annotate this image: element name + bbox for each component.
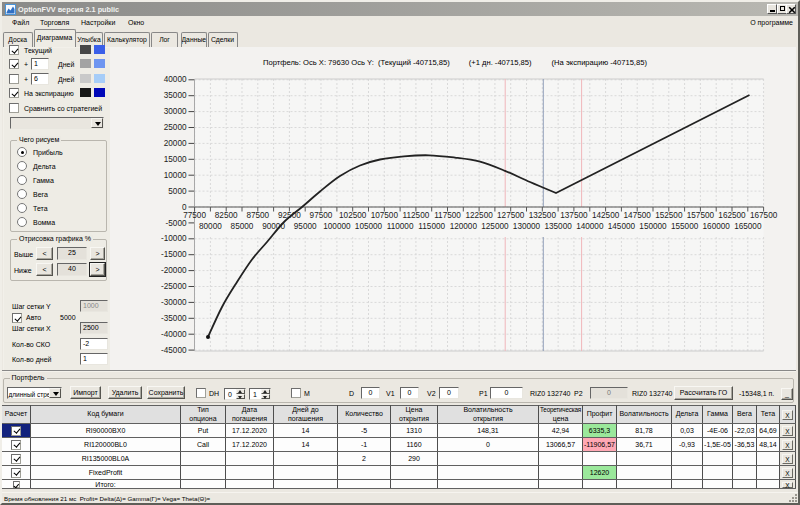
svg-text:145000: 145000 [608, 222, 636, 231]
svg-text:127500: 127500 [497, 211, 525, 220]
svg-text:150000: 150000 [639, 222, 667, 231]
svg-text:82500: 82500 [215, 211, 238, 220]
svg-text:-15000: -15000 [161, 250, 187, 259]
svg-text:80000: 80000 [199, 222, 222, 231]
svg-text:-20000: -20000 [161, 266, 187, 275]
svg-text:115000: 115000 [418, 222, 445, 231]
svg-text:87500: 87500 [246, 211, 269, 220]
svg-text:85000: 85000 [231, 222, 254, 231]
svg-text:10000: 10000 [164, 171, 187, 180]
svg-text:15000: 15000 [164, 155, 187, 164]
svg-text:35000: 35000 [164, 91, 187, 100]
svg-text:160000: 160000 [703, 222, 731, 231]
svg-text:-25000: -25000 [161, 282, 187, 291]
svg-text:162500: 162500 [718, 211, 746, 220]
svg-text:5000: 5000 [168, 187, 187, 196]
svg-text:120000: 120000 [450, 222, 478, 231]
svg-text:105000: 105000 [355, 222, 383, 231]
svg-text:110000: 110000 [387, 222, 414, 231]
svg-text:117500: 117500 [434, 211, 461, 220]
svg-text:30000: 30000 [164, 107, 187, 116]
svg-text:140000: 140000 [576, 222, 604, 231]
svg-text:165000: 165000 [734, 222, 762, 231]
svg-text:20000: 20000 [164, 139, 187, 148]
svg-text:157500: 157500 [687, 211, 715, 220]
svg-text:167500: 167500 [750, 211, 778, 220]
svg-text:97500: 97500 [310, 211, 333, 220]
svg-text:40000: 40000 [164, 75, 187, 84]
svg-text:137500: 137500 [560, 211, 588, 220]
svg-text:95000: 95000 [294, 222, 317, 231]
svg-text:132500: 132500 [529, 211, 557, 220]
svg-text:-30000: -30000 [161, 298, 187, 307]
svg-text:112500: 112500 [403, 211, 430, 220]
svg-text:125000: 125000 [481, 222, 509, 231]
svg-text:102500: 102500 [339, 211, 367, 220]
svg-text:152500: 152500 [655, 211, 683, 220]
svg-text:155000: 155000 [671, 222, 699, 231]
svg-text:142500: 142500 [592, 211, 620, 220]
svg-text:-40000: -40000 [161, 330, 187, 339]
svg-text:107500: 107500 [371, 211, 399, 220]
svg-text:135000: 135000 [544, 222, 572, 231]
svg-text:130000: 130000 [513, 222, 541, 231]
svg-text:122500: 122500 [465, 211, 493, 220]
svg-text:77500: 77500 [183, 211, 206, 220]
svg-text:147500: 147500 [624, 211, 652, 220]
svg-text:100000: 100000 [323, 222, 351, 231]
svg-text:-45000: -45000 [161, 346, 187, 355]
svg-text:-10000: -10000 [161, 234, 187, 243]
svg-text:-35000: -35000 [161, 314, 187, 323]
svg-text:25000: 25000 [164, 123, 187, 132]
